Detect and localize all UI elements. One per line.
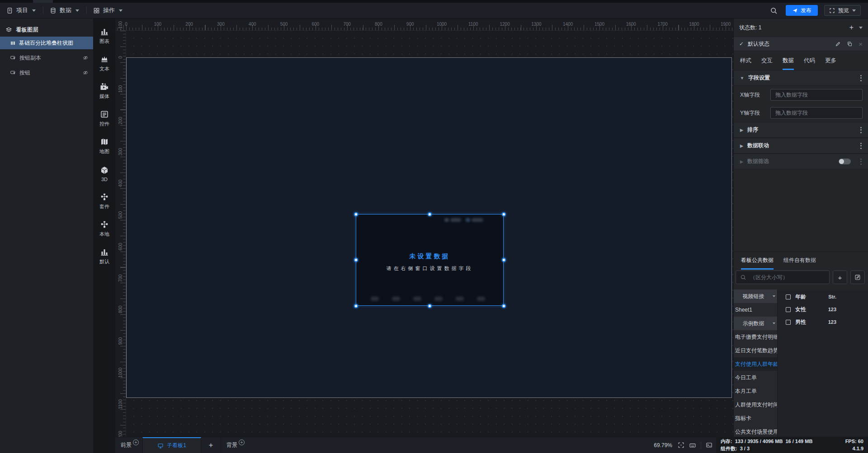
layer-item-1[interactable]: 按钮副本: [0, 51, 93, 64]
field-checkbox[interactable]: [786, 294, 791, 299]
datasource-label: 指标卡: [735, 415, 751, 422]
selection-handle[interactable]: [354, 258, 358, 262]
datasource-item-5[interactable]: 支付使用人群年龄...: [734, 357, 777, 371]
toolbox-item-4[interactable]: 地图: [94, 132, 115, 160]
field-drop-zone[interactable]: 拖入数据字段: [770, 89, 863, 101]
edit-icon[interactable]: [835, 41, 841, 47]
toolbox-item-0[interactable]: 图表: [94, 22, 115, 50]
datasource-item-10[interactable]: 公共支付场景使用...: [734, 425, 777, 437]
datasource-item-4[interactable]: 近日支付笔数趋势: [734, 344, 777, 357]
toolbox-item-1[interactable]: 文本: [94, 50, 115, 77]
chevron-down-icon[interactable]: [859, 27, 863, 29]
selection-handle[interactable]: [428, 304, 432, 308]
data-filter-toggle[interactable]: [839, 159, 851, 164]
foreground-group[interactable]: 前景 +: [115, 441, 142, 449]
add-background-icon[interactable]: +: [239, 439, 245, 445]
field-checkbox[interactable]: [786, 320, 791, 325]
toolbox-item-5[interactable]: 3D: [94, 160, 115, 187]
background-group[interactable]: 背景 +: [221, 441, 248, 449]
states-row: 状态数: 1 +: [734, 19, 868, 37]
section-1[interactable]: ▶ 数据联动: [734, 138, 868, 154]
datasource-item-3[interactable]: 电子缴费支付明细: [734, 330, 777, 344]
selection-handle[interactable]: [502, 258, 506, 262]
selected-chart-component[interactable]: 未设置数据 请在右侧窗口设置数据字段: [356, 214, 504, 306]
settings-tab-3[interactable]: 代码: [804, 51, 815, 70]
toolbox-item-7[interactable]: 本地: [94, 215, 115, 243]
subboard-tab[interactable]: 子看板1: [142, 437, 201, 453]
datasource-item-8[interactable]: 人群使用支付时间...: [734, 398, 777, 411]
chevron-down-icon: [773, 322, 775, 324]
data-tab-0[interactable]: 看板公共数据: [741, 257, 774, 270]
add-datasource-button[interactable]: +: [833, 271, 847, 284]
toolbox-label: 3D: [101, 177, 108, 182]
datasource-item-7[interactable]: 本月工单: [734, 384, 777, 398]
menu-0[interactable]: 项目: [0, 3, 43, 19]
section-field-settings[interactable]: ▼ 字段设置: [734, 70, 868, 86]
fit-screen-icon[interactable]: [678, 442, 684, 448]
layer-item-0[interactable]: 基础百分比堆叠柱状图: [0, 37, 93, 49]
data-search-box[interactable]: [736, 271, 830, 284]
selection-handle[interactable]: [502, 212, 506, 216]
settings-tab-2[interactable]: 数据: [783, 51, 794, 70]
dataset-field-2[interactable]: 男性 123: [778, 316, 868, 328]
settings-tab-1[interactable]: 交互: [761, 51, 773, 70]
search-icon[interactable]: [768, 7, 779, 14]
toolbox-item-8[interactable]: 默认: [94, 243, 115, 270]
layer-item-2[interactable]: 按钮: [0, 66, 93, 79]
selection-handle[interactable]: [354, 212, 358, 216]
field-checkbox[interactable]: [786, 307, 791, 312]
h-ruler-label: 1800: [689, 22, 699, 27]
datasource-item-2[interactable]: 示例数据: [734, 317, 777, 330]
dataset-field-1[interactable]: 女性 123: [778, 303, 868, 316]
dashboard-surface[interactable]: 未设置数据 请在右侧窗口设置数据字段: [126, 57, 732, 398]
field-drop-zone[interactable]: 拖入数据字段: [770, 107, 863, 119]
datasource-item-1[interactable]: Sheet1: [734, 303, 777, 317]
blurred-axis-label: [434, 297, 443, 301]
data-search-input[interactable]: [750, 274, 825, 280]
toolbox-label: 文本: [99, 65, 109, 72]
publish-button[interactable]: 发布: [786, 5, 818, 16]
menu-2[interactable]: 操作: [87, 3, 130, 19]
keyboard-icon[interactable]: [689, 442, 696, 449]
copy-icon[interactable]: [847, 41, 853, 47]
canvas-viewport[interactable]: 未设置数据 请在右侧窗口设置数据字段: [126, 31, 733, 437]
selection-handle[interactable]: [428, 212, 432, 216]
terminal-icon[interactable]: [706, 442, 712, 448]
kebab-menu-icon[interactable]: [860, 143, 862, 149]
eye-hidden-icon[interactable]: [82, 70, 89, 76]
eye-hidden-icon[interactable]: [82, 55, 89, 61]
button-icon: [10, 70, 16, 76]
settings-tab-4[interactable]: 更多: [825, 51, 836, 70]
section-0[interactable]: ▶ 排序: [734, 122, 868, 138]
datasource-item-6[interactable]: 今日工单: [734, 371, 777, 384]
button-icon: [10, 55, 16, 61]
add-foreground-icon[interactable]: +: [133, 439, 139, 445]
h-ruler-label: 900: [406, 22, 414, 27]
menu-1[interactable]: 数据: [43, 3, 86, 19]
dataset-field-0[interactable]: 年龄 Str.: [778, 290, 868, 303]
background-label: 背景: [226, 441, 237, 449]
kebab-menu-icon[interactable]: [860, 127, 862, 133]
selection-handle[interactable]: [502, 304, 506, 308]
toolbox-item-6[interactable]: 套件: [94, 187, 115, 215]
toolbox-item-3[interactable]: 控件: [94, 105, 115, 132]
selection-handle[interactable]: [354, 304, 358, 308]
preview-button[interactable]: 预览: [824, 5, 861, 16]
settings-tabs: 样式交互数据代码更多: [734, 51, 868, 70]
kebab-menu-icon[interactable]: [860, 75, 862, 81]
datasource-item-0[interactable]: 视频链接: [734, 290, 777, 303]
canvas-area[interactable]: 0100200300400500600700800900100011001200…: [115, 19, 733, 437]
default-state-row[interactable]: ✓ 默认状态 ×: [734, 37, 868, 51]
data-tab-1[interactable]: 组件自有数据: [783, 257, 816, 270]
datasource-label: 视频链接: [743, 293, 764, 300]
add-state-button[interactable]: +: [849, 24, 854, 31]
h-ruler-label: 100: [154, 22, 161, 27]
datasource-item-9[interactable]: 指标卡: [734, 411, 777, 425]
edit-datasource-button[interactable]: [850, 271, 865, 284]
datasource-list: 视频链接 Sheet1 示例数据 电子缴费支付明细 近日支付笔数趋势 支付使用人…: [734, 290, 777, 437]
toolbox-item-2[interactable]: 媒体: [94, 77, 115, 105]
add-subboard-button[interactable]: +: [201, 437, 221, 453]
settings-tab-0[interactable]: 样式: [740, 51, 751, 70]
chevron-down-icon: [75, 9, 79, 12]
default-icon: [100, 248, 109, 257]
